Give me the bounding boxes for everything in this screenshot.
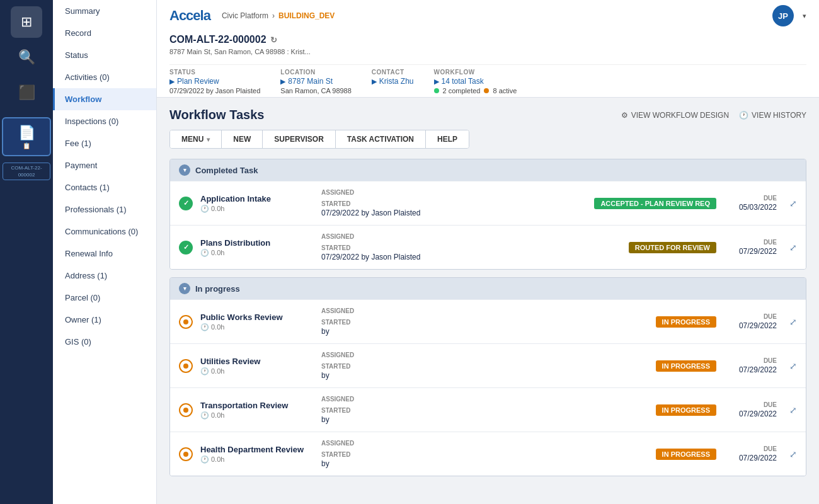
new-btn[interactable]: NEW (222, 130, 263, 148)
user-avatar[interactable]: JP (772, 5, 794, 26)
grid-icon-btn[interactable]: ⊞ (11, 6, 42, 38)
record-id-text: COM-ALT-22-000002 (169, 34, 266, 45)
task-due: DUE 07/29/2022 (726, 357, 777, 374)
section-0: ▾ Completed Task ✓ Application Intake 🕐 … (169, 159, 806, 270)
task-row: ✓ Plans Distribution 🕐 0.0h ASSIGNED STA… (170, 225, 806, 269)
meta-location: LOCATION ▶ 8787 Main St San Ramon, CA 98… (280, 69, 352, 94)
clock-icon: 🕐 (200, 205, 209, 213)
sidebar-item-payment[interactable]: Payment (53, 154, 156, 176)
sidebar: SummaryRecordStatusActivities (0)Workflo… (53, 0, 157, 504)
sidebar-item-activities[interactable]: Activities (0) (53, 66, 156, 88)
apps-icon-btn[interactable]: ⬛ (11, 77, 42, 108)
completed-count: 2 completed (443, 87, 481, 94)
workflow-sub: 2 completed 8 active (434, 87, 517, 94)
contact-arrow: ▶ (372, 77, 377, 86)
location-arrow: ▶ (280, 77, 285, 86)
sections-container: ▾ Completed Task ✓ Application Intake 🕐 … (169, 159, 806, 476)
supervisor-btn[interactable]: SUPERVISOR (263, 130, 335, 148)
task-status-dot (179, 359, 193, 373)
task-expand-btn[interactable]: ⤢ (789, 243, 797, 253)
task-name[interactable]: Application Intake (200, 194, 314, 203)
logo: Accela (169, 6, 210, 26)
sidebar-item-gis[interactable]: GIS (0) (53, 331, 156, 353)
task-row: Health Department Review 🕐 0.0h ASSIGNED… (170, 432, 806, 476)
section-title-0: Completed Task (195, 166, 258, 175)
help-btn[interactable]: HELP (426, 130, 469, 148)
record-address: 8787 Main St, San Ramon, CA 98988 : Kris… (169, 48, 806, 55)
section-header-0[interactable]: ▾ Completed Task (170, 159, 806, 181)
task-due: DUE 05/03/2022 (726, 195, 777, 212)
search-icon: 🔍 (18, 49, 35, 66)
location-value[interactable]: 8787 Main St (288, 77, 333, 86)
sidebar-item-address[interactable]: Address (1) (53, 265, 156, 287)
clock-icon: 🕐 (200, 323, 209, 331)
workflow-actions: ⚙ VIEW WORKFLOW DESIGN 🕐 VIEW HISTORY (621, 111, 806, 120)
task-name[interactable]: Public Works Review (200, 312, 314, 322)
refresh-icon[interactable]: ↻ (270, 35, 277, 45)
sidebar-item-contacts[interactable]: Contacts (1) (53, 176, 156, 198)
meta-status: STATUS ▶ Plan Review 07/29/2022 by Jason… (169, 69, 260, 94)
clock-icon: 🕐 (200, 455, 209, 464)
section-header-1[interactable]: ▾ In progress (170, 278, 806, 299)
record-nav-icon: 📄 (18, 125, 35, 141)
menu-btn[interactable]: MENU ▾ (170, 130, 222, 148)
record-nav-label: 📋 (23, 142, 30, 149)
sidebar-item-renewal-info[interactable]: Renewal Info (53, 243, 156, 265)
task-badge: IN PROGRESS (656, 360, 716, 372)
meta-contact: CONTACT ▶ Krista Zhu (372, 69, 414, 94)
task-expand-btn[interactable]: ⤢ (789, 198, 797, 209)
task-expand-btn[interactable]: ⤢ (789, 361, 797, 371)
workflow-value[interactable]: 14 total Task (442, 77, 484, 86)
task-expand-btn[interactable]: ⤢ (789, 405, 797, 415)
sidebar-item-fee[interactable]: Fee (1) (53, 132, 156, 154)
task-badge: IN PROGRESS (656, 449, 716, 460)
menu-chevron: ▾ (207, 136, 210, 143)
workflow-title: Workflow Tasks (169, 108, 264, 122)
status-value[interactable]: Plan Review (177, 77, 219, 86)
sidebar-item-professionals[interactable]: Professionals (1) (53, 198, 156, 220)
active-count: 8 active (493, 87, 517, 94)
task-badge: ACCEPTED - PLAN REVIEW REQ (594, 198, 716, 209)
sidebar-item-owner[interactable]: Owner (1) (53, 309, 156, 331)
task-name[interactable]: Transportation Review (200, 401, 314, 410)
task-status-dot (179, 315, 193, 329)
sidebar-item-record[interactable]: Record (53, 22, 156, 44)
clock-icon: 🕐 (200, 411, 209, 420)
task-name[interactable]: Plans Distribution (200, 238, 314, 248)
contact-value[interactable]: Krista Zhu (379, 77, 414, 86)
sidebar-item-status[interactable]: Status (53, 44, 156, 66)
content-area: Workflow Tasks ⚙ VIEW WORKFLOW DESIGN 🕐 … (157, 98, 819, 504)
sidebar-item-summary[interactable]: Summary (53, 0, 156, 22)
sidebar-item-parcel[interactable]: Parcel (0) (53, 287, 156, 309)
task-time: 🕐 0.0h (200, 323, 314, 331)
design-icon: ⚙ (621, 111, 628, 120)
grid-icon: ⊞ (21, 14, 32, 30)
history-icon: 🕐 (739, 111, 748, 120)
sidebar-item-workflow[interactable]: Workflow (53, 88, 156, 110)
user-menu-chevron[interactable]: ▾ (803, 12, 806, 20)
toolbar: MENU ▾ NEW SUPERVISOR TASK ACTIVATION HE… (169, 130, 469, 149)
task-due: DUE 07/29/2022 (726, 445, 777, 462)
task-assigned: ASSIGNED STARTED by (321, 307, 648, 336)
task-name[interactable]: Utilities Review (200, 357, 314, 366)
task-due: DUE 07/29/2022 (726, 239, 777, 256)
search-icon-btn[interactable]: 🔍 (11, 42, 42, 73)
task-assigned: ASSIGNED STARTED 07/29/2022 by Jason Pla… (321, 189, 587, 217)
task-assigned: ASSIGNED STARTED by (321, 396, 648, 424)
task-name[interactable]: Health Department Review (200, 445, 314, 454)
task-time: 🕐 0.0h (200, 455, 314, 464)
breadcrumb-platform: Civic Platform (222, 11, 268, 20)
record-badge: COM-ALT-22-000002 (3, 163, 50, 180)
section-chevron-1: ▾ (179, 283, 190, 294)
record-nav-btn[interactable]: 📄 📋 (2, 117, 51, 156)
view-design-btn[interactable]: ⚙ VIEW WORKFLOW DESIGN (621, 111, 729, 120)
task-activation-btn[interactable]: TASK ACTIVATION (336, 130, 426, 148)
task-expand-btn[interactable]: ⤢ (789, 449, 797, 459)
task-expand-btn[interactable]: ⤢ (789, 317, 797, 327)
view-history-btn[interactable]: 🕐 VIEW HISTORY (739, 111, 806, 120)
sidebar-item-inspections[interactable]: Inspections (0) (53, 110, 156, 132)
breadcrumb-env: BUILDING_DEV (278, 11, 335, 20)
completed-dot (434, 88, 439, 93)
sidebar-item-communications[interactable]: Communications (0) (53, 220, 156, 243)
breadcrumb-sep: › (272, 11, 275, 20)
